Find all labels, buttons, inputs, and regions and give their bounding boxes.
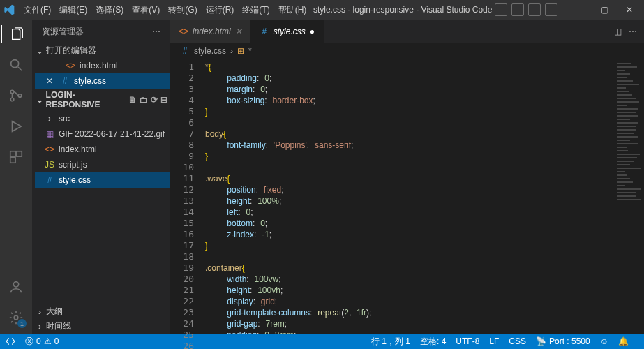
editor-tab[interactable]: #style.css●	[251, 20, 324, 43]
folder-icon: ›	[45, 114, 54, 124]
encoding[interactable]: UTF-8	[456, 336, 479, 346]
file-name: index.html	[59, 144, 97, 154]
menu-item[interactable]: 文件(F)	[20, 1, 55, 19]
svg-point-7	[13, 282, 18, 287]
folder-item[interactable]: ›src	[35, 111, 170, 126]
layout-left-icon[interactable]	[495, 3, 507, 16]
cursor-position[interactable]: 行 1，列 1	[371, 336, 410, 348]
search-icon[interactable]	[7, 56, 25, 74]
layout-right-icon[interactable]	[528, 3, 541, 16]
run-debug-icon[interactable]	[7, 117, 25, 135]
file-name: src	[59, 114, 70, 124]
layout-bottom-icon[interactable]	[511, 3, 524, 16]
eol[interactable]: LF	[489, 336, 499, 346]
menu-item[interactable]: 帮助(H)	[274, 1, 311, 19]
menu-item[interactable]: 编辑(E)	[55, 1, 91, 19]
feedback-icon[interactable]: ☺	[600, 336, 608, 346]
menu-item[interactable]: 运行(R)	[202, 1, 239, 19]
problems-indicator[interactable]: ⓧ0 ⚠0	[25, 336, 59, 348]
account-icon[interactable]	[7, 278, 25, 296]
explorer-sidebar: 资源管理器 ⋯ ⌄ 打开的编辑器 <>index.html✕#style.css…	[32, 20, 170, 334]
breadcrumb[interactable]: # style.css › ⊞ *	[170, 43, 644, 59]
close-tab-icon[interactable]: ✕	[235, 27, 242, 36]
tab-label: style.css	[274, 27, 306, 36]
html-file-icon: <>	[66, 61, 75, 70]
title-bar: 文件(F)编辑(E)选择(S)查看(V)转到(G)运行(R)终端(T)帮助(H)…	[0, 0, 644, 20]
svg-point-0	[11, 60, 19, 68]
tab-label: index.html	[193, 27, 231, 36]
chevron-right-icon: ›	[35, 307, 45, 317]
project-header[interactable]: ⌄ LOGIN-RESPONSIVE 🗎 🗀 ⟳ ⊟	[32, 89, 170, 111]
close-icon[interactable]: ✕	[46, 76, 53, 86]
layout-full-icon[interactable]	[545, 3, 557, 16]
minimize-button[interactable]: ─	[567, 5, 591, 15]
window-title: style.css - login-responsive - Visual St…	[310, 5, 495, 15]
file-item[interactable]: JSscript.js	[35, 157, 170, 172]
file-item[interactable]: #style.css	[35, 172, 170, 188]
collapse-icon[interactable]: ⊟	[160, 95, 167, 105]
warning-icon: ⚠	[44, 336, 52, 346]
dirty-indicator-icon: ●	[310, 27, 315, 36]
menu-item[interactable]: 终端(T)	[238, 1, 274, 19]
outline-header[interactable]: › 大纲	[32, 304, 170, 319]
file-name: style.css	[74, 76, 106, 86]
symbol-icon: ⊞	[237, 46, 244, 56]
chevron-right-icon: ›	[230, 46, 233, 56]
css-file-icon: #	[180, 46, 190, 56]
close-button[interactable]: ✕	[617, 5, 641, 15]
svg-point-3	[18, 94, 22, 98]
file-name: GIF 2022-06-17 21-41-22.gif	[59, 129, 165, 139]
editor-area: <>index.html✕#style.css● ◫ ⋯ # style.css…	[170, 20, 644, 334]
menu-item[interactable]: 转到(G)	[164, 1, 201, 19]
svg-point-1	[10, 90, 14, 94]
file-item[interactable]: ▦GIF 2022-06-17 21-41-22.gif	[35, 126, 170, 142]
remote-indicator[interactable]	[6, 336, 15, 346]
maximize-button[interactable]: ▢	[592, 5, 616, 15]
new-folder-icon[interactable]: 🗀	[140, 95, 148, 105]
new-file-icon[interactable]: 🗎	[128, 95, 137, 105]
editor-tab[interactable]: <>index.html✕	[170, 20, 251, 43]
indentation[interactable]: 空格: 4	[420, 336, 446, 348]
code-editor[interactable]: *{ padding: 0; margin: 0; box-sizing: bo…	[201, 59, 613, 334]
css-icon: #	[45, 175, 54, 185]
gif-icon: ▦	[45, 129, 54, 139]
svg-point-8	[14, 315, 18, 320]
js-icon: JS	[45, 160, 54, 170]
svg-rect-5	[17, 151, 22, 156]
menu-item[interactable]: 查看(V)	[128, 1, 164, 19]
explorer-more-icon[interactable]: ⋯	[152, 27, 160, 36]
live-server-port[interactable]: 📡 Port : 5500	[536, 336, 590, 346]
html-icon: <>	[45, 144, 54, 154]
menu-bar: 文件(F)编辑(E)选择(S)查看(V)转到(G)运行(R)终端(T)帮助(H)	[20, 1, 310, 19]
svg-rect-4	[10, 151, 15, 156]
line-numbers: 1234567891011121314151617181920212223242…	[170, 59, 201, 334]
error-icon: ⓧ	[25, 336, 33, 348]
title-actions: ─ ▢ ✕	[495, 3, 641, 16]
file-name: script.js	[59, 160, 87, 170]
html-file-icon: <>	[179, 27, 188, 36]
language-mode[interactable]: CSS	[509, 336, 526, 346]
open-editor-item[interactable]: <>index.html	[35, 58, 170, 73]
svg-rect-6	[10, 158, 15, 163]
extensions-icon[interactable]	[7, 148, 25, 166]
timeline-header[interactable]: › 时间线	[32, 319, 170, 334]
settings-gear-icon[interactable]	[7, 309, 25, 327]
chevron-down-icon: ⌄	[35, 46, 45, 56]
file-name: index.html	[80, 61, 118, 70]
minimap[interactable]	[613, 59, 644, 334]
explorer-icon[interactable]	[1, 25, 31, 43]
open-editors-header[interactable]: ⌄ 打开的编辑器	[32, 43, 170, 58]
menu-item[interactable]: 选择(S)	[91, 1, 128, 19]
css-file-icon: #	[260, 27, 269, 36]
split-editor-icon[interactable]: ◫	[614, 27, 622, 36]
notifications-icon[interactable]: 🔔	[618, 336, 629, 346]
file-item[interactable]: <>index.html	[35, 142, 170, 157]
refresh-icon[interactable]: ⟳	[151, 95, 158, 105]
vscode-logo-icon	[3, 3, 15, 16]
source-control-icon[interactable]	[7, 87, 25, 105]
editor-tabs: <>index.html✕#style.css● ◫ ⋯	[170, 20, 644, 43]
open-editor-item[interactable]: ✕#style.css	[35, 73, 170, 89]
chevron-right-icon: ›	[35, 322, 45, 332]
more-actions-icon[interactable]: ⋯	[629, 27, 637, 36]
file-name: style.css	[59, 175, 91, 185]
